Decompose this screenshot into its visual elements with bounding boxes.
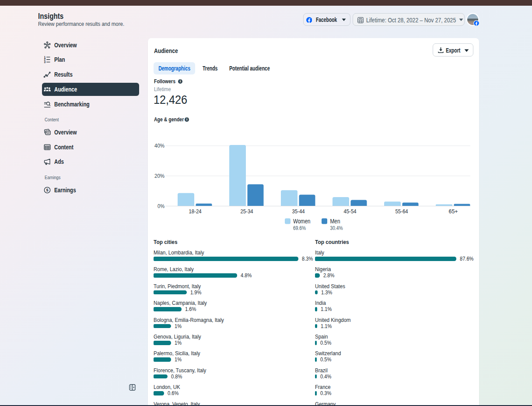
svg-text:0%: 0% <box>158 203 164 209</box>
svg-text:30.4%: 30.4% <box>330 225 343 231</box>
svg-text:35-44: 35-44 <box>292 208 305 215</box>
svg-text:40%: 40% <box>154 143 164 149</box>
svg-text:18-24: 18-24 <box>189 208 202 215</box>
svg-text:45-54: 45-54 <box>344 208 357 215</box>
svg-text:Men: Men <box>330 218 340 225</box>
svg-text:55-64: 55-64 <box>396 208 408 215</box>
svg-text:3: 3 <box>44 60 46 64</box>
svg-text:Women: Women <box>293 218 311 225</box>
svg-text:69.6%: 69.6% <box>293 225 306 231</box>
svg-text:25-34: 25-34 <box>241 208 253 215</box>
svg-text:$: $ <box>46 188 48 192</box>
svg-text:20%: 20% <box>154 173 164 179</box>
svg-text:65+: 65+ <box>449 208 458 215</box>
